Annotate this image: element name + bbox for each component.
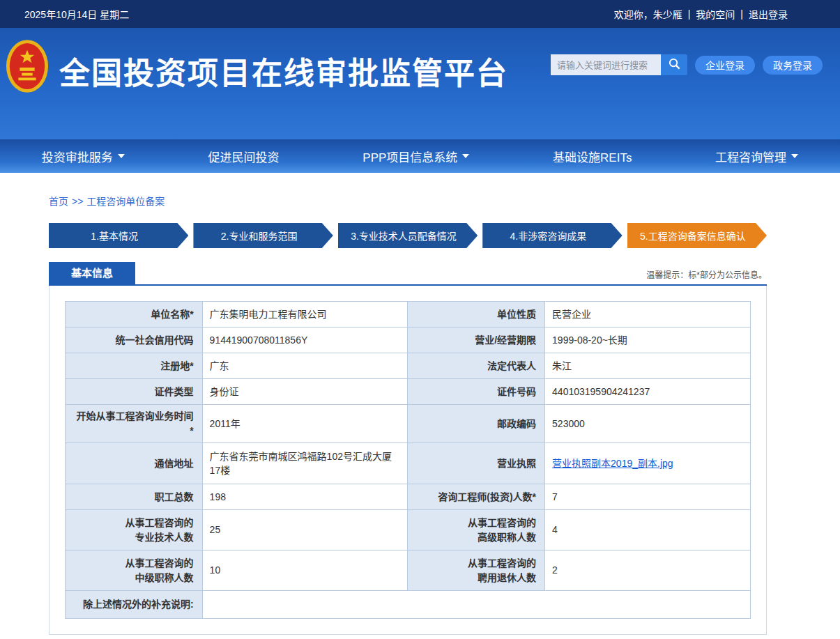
nav-item-label: 促进民间投资 [208,148,280,165]
field-value: 1999-08-20~长期 [545,328,751,353]
chevron-down-icon [462,154,469,158]
field-value: 10 [202,551,408,591]
step-3-technical-staff[interactable]: 3.专业技术人员配备情况 [338,223,478,248]
section-header: 基本信息 温馨提示：标*部分为公示信息。 [49,262,767,286]
search-box [551,54,687,75]
separator: | [688,8,691,20]
table-row: 从事工程咨询的 专业技术人数 25 从事工程咨询的 高级职称人数 4 [66,510,751,551]
breadcrumb: 首页>>工程咨询单位备案 [49,194,767,208]
nav-item-label: PPP项目信息系统 [362,148,457,165]
table-row: 除上述情况外的补充说明: [66,591,751,619]
field-value: 广东集明电力工程有限公司 [202,302,408,328]
field-label: 证件类型 [66,379,203,405]
field-value: 2 [545,551,751,591]
field-label: 咨询工程师(投资)人数* [408,484,545,510]
field-value: 91441900708011856Y [202,328,408,353]
government-login-button[interactable]: 政务登录 [763,56,823,75]
business-license-link[interactable]: 营业执照副本2019_副本.jpg [552,458,673,469]
nav-item-investment-approval[interactable]: 投资审批服务 [42,148,125,165]
field-value: 7 [545,484,751,510]
field-label: 证件号码 [408,379,545,405]
field-label: 注册地* [66,353,203,379]
nav-item-private-investment[interactable]: 促进民间投资 [208,148,280,165]
breadcrumb-current-link[interactable]: 工程咨询单位备案 [86,196,165,207]
field-label: 开始从事工程咨询业务时间* [66,405,203,443]
field-value: 身份证 [202,379,408,405]
content-area: 首页>>工程咨询单位备案 1.基本情况 2.专业和服务范围 3.专业技术人员配备… [0,173,840,639]
field-value: 民营企业 [545,302,751,328]
field-label: 统一社会信用代码 [66,328,203,353]
table-row: 注册地* 广东 法定代表人 朱江 [66,353,751,379]
field-label: 从事工程咨询的 高级职称人数 [408,510,545,551]
page-title: 全国投资项目在线审批监管平台 [59,49,508,93]
step-2-service-scope[interactable]: 2.专业和服务范围 [193,223,333,248]
table-row: 通信地址 广东省东莞市南城区鸿福路102号汇成大厦17楼 营业执照 营业执照副本… [66,443,751,484]
table-row: 证件类型 身份证 证件号码 440103195904241237 [66,379,751,405]
field-value: 朱江 [545,353,751,379]
table-row: 开始从事工程咨询业务时间* 2011年 邮政编码 523000 [66,405,751,443]
field-label: 从事工程咨询的 聘用退休人数 [408,551,545,591]
nav-item-label: 工程咨询管理 [715,148,786,165]
nav-item-label: 投资审批服务 [42,148,113,165]
field-value: 25 [202,510,408,551]
step-1-basic-info[interactable]: 1.基本情况 [49,223,188,248]
field-label: 职工总数 [66,484,203,510]
nav-item-engineering-consulting[interactable]: 工程咨询管理 [715,148,798,165]
enterprise-login-button[interactable]: 企业登录 [695,56,755,75]
search-icon [668,57,681,72]
table-row: 单位名称* 广东集明电力工程有限公司 单位性质 民营企业 [66,302,751,328]
field-value [202,591,750,619]
field-label: 通信地址 [66,443,203,484]
welcome-text: 欢迎你，朱少雁 [614,7,682,21]
field-label: 营业执照 [408,443,545,484]
my-space-link[interactable]: 我的空间 [696,7,735,21]
table-row: 统一社会信用代码 91441900708011856Y 营业/经营期限 1999… [66,328,751,353]
topbar: 2025年10月14日 星期二 欢迎你，朱少雁 | 我的空间 | 退出登录 [0,0,840,28]
nav-item-infrastructure-reits[interactable]: 基础设施REITs [553,148,632,165]
logout-link[interactable]: 退出登录 [749,7,788,21]
main-nav: 投资审批服务 促进民间投资 PPP项目信息系统 基础设施REITs 工程咨询管理 [0,139,840,173]
field-value: 广东 [202,353,408,379]
basic-info-table: 单位名称* 广东集明电力工程有限公司 单位性质 民营企业 统一社会信用代码 91… [65,301,751,619]
table-row: 从事工程咨询的 中级职称人数 10 从事工程咨询的 聘用退休人数 2 [66,551,751,591]
field-label: 从事工程咨询的 专业技术人数 [66,510,203,551]
field-label: 单位名称* [66,302,203,328]
table-row: 职工总数 198 咨询工程师(投资)人数* 7 [66,484,751,510]
step-wizard: 1.基本情况 2.专业和服务范围 3.专业技术人员配备情况 4.非涉密咨询成果 … [49,223,767,248]
field-value: 2011年 [202,405,408,443]
chevron-down-icon [791,154,798,158]
field-label: 从事工程咨询的 中级职称人数 [66,551,203,591]
tab-basic-info: 基本信息 [49,262,135,284]
search-input[interactable] [551,54,661,75]
nav-item-ppp-system[interactable]: PPP项目信息系统 [362,148,469,165]
field-value: 广东省东莞市南城区鸿福路102号汇成大厦17楼 [202,443,408,484]
field-value: 198 [202,484,408,510]
field-label: 除上述情况外的补充说明: [66,591,203,619]
field-label: 法定代表人 [408,353,545,379]
public-info-hint: 温馨提示：标*部分为公示信息。 [646,268,767,284]
field-value: 营业执照副本2019_副本.jpg [545,443,751,484]
field-value: 4 [545,510,751,551]
step-5-filing-confirmation[interactable]: 5.工程咨询备案信息确认 [627,223,767,248]
field-value: 440103195904241237 [545,379,751,405]
separator: | [740,8,743,20]
field-label: 邮政编码 [408,405,545,443]
field-label: 单位性质 [408,302,545,328]
nav-item-label: 基础设施REITs [553,148,632,165]
step-4-consulting-results[interactable]: 4.非涉密咨询成果 [482,223,622,248]
breadcrumb-home-link[interactable]: 首页 [49,196,68,207]
current-date: 2025年10月14日 星期二 [24,7,129,21]
site-header: 全国投资项目在线审批监管平台 企业登录 政务登录 [0,28,840,139]
field-label: 营业/经营期限 [408,328,545,353]
national-emblem-logo [6,39,49,96]
basic-info-panel: 单位名称* 广东集明电力工程有限公司 单位性质 民营企业 统一社会信用代码 91… [49,286,767,635]
field-value: 523000 [545,405,751,443]
chevron-down-icon [118,154,125,158]
breadcrumb-separator: >> [72,196,83,207]
search-button[interactable] [661,54,687,75]
